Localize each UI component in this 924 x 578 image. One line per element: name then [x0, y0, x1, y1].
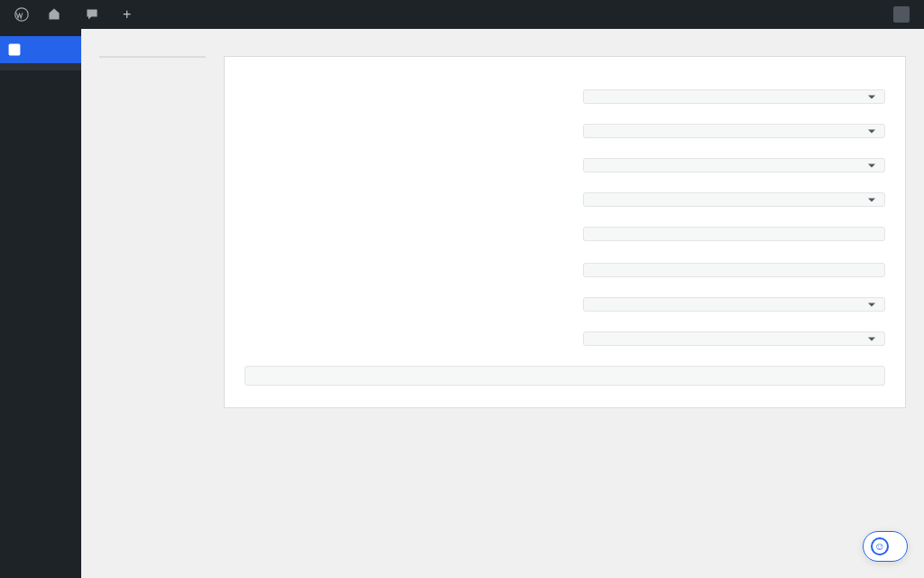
- help-icon: ☺: [871, 537, 889, 555]
- sidebar-section-label: [0, 29, 81, 36]
- sidebar-item-jetengine[interactable]: [0, 36, 81, 63]
- avatar: [893, 6, 910, 23]
- tag-type-select[interactable]: [583, 124, 885, 138]
- wp-logo[interactable]: [7, 0, 36, 29]
- field-input[interactable]: [583, 227, 885, 241]
- shortcode-select[interactable]: [583, 89, 885, 104]
- sidebar-submenu: [0, 63, 81, 70]
- context-select[interactable]: [583, 297, 885, 312]
- plugin-icon: [7, 42, 22, 57]
- comments-count[interactable]: [78, 0, 112, 29]
- settings-tabs: [99, 56, 206, 58]
- datatype-select[interactable]: [583, 331, 885, 346]
- help-fab[interactable]: ☺: [863, 531, 908, 562]
- svg-rect-1: [9, 44, 21, 56]
- site-name[interactable]: [40, 0, 74, 29]
- admin-bar: +: [0, 0, 924, 29]
- value-input[interactable]: [583, 263, 885, 277]
- main-content: [81, 29, 924, 578]
- generated-shortcode[interactable]: [245, 366, 885, 386]
- generator-panel: [224, 56, 906, 408]
- visibility-select[interactable]: [583, 158, 885, 172]
- condition-select[interactable]: [583, 192, 885, 207]
- new-content[interactable]: +: [116, 0, 143, 29]
- admin-sidebar: [0, 29, 81, 578]
- howdy-account[interactable]: [875, 0, 917, 29]
